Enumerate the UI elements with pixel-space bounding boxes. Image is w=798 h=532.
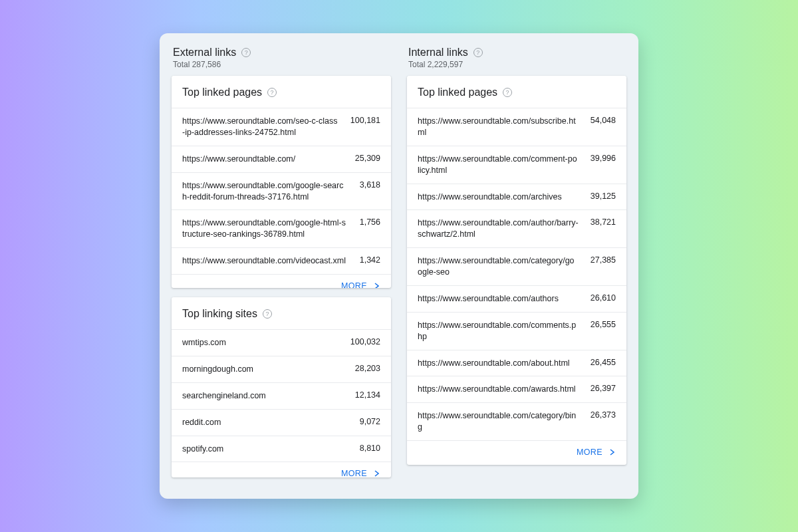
link-count: 38,721 xyxy=(591,217,616,227)
external-links-column: External links ? Total 287,586 Top linke… xyxy=(172,45,391,487)
link-count: 26,555 xyxy=(591,320,616,329)
table-row[interactable]: https://www.seroundtable.com/videocast.x… xyxy=(172,247,391,274)
help-icon[interactable]: ? xyxy=(473,48,483,57)
page-url: https://www.seroundtable.com/google-html… xyxy=(182,217,348,240)
table-row[interactable]: https://www.seroundtable.com/authors26,6… xyxy=(407,285,626,312)
link-count: 1,756 xyxy=(360,217,380,227)
table-row[interactable]: https://www.seroundtable.com/author/barr… xyxy=(407,209,626,247)
help-icon[interactable]: ? xyxy=(241,48,251,57)
link-count: 3,618 xyxy=(360,180,380,190)
table-row[interactable]: https://www.seroundtable.com/category/bi… xyxy=(407,402,626,440)
more-label: MORE xyxy=(577,448,602,457)
help-icon[interactable]: ? xyxy=(503,88,512,97)
linking-site: morningdough.com xyxy=(182,364,343,375)
page-url: https://www.seroundtable.com/category/bi… xyxy=(418,410,579,433)
table-row[interactable]: morningdough.com28,203 xyxy=(172,356,391,382)
page-url: https://www.seroundtable.com/author/barr… xyxy=(418,217,579,240)
link-count: 26,373 xyxy=(591,410,616,420)
link-count: 12,134 xyxy=(355,390,380,400)
table-row[interactable]: https://www.seroundtable.com/about.html2… xyxy=(407,350,626,376)
internal-links-column: Internal links ? Total 2,229,597 Top lin… xyxy=(407,45,626,487)
table-row[interactable]: https://www.seroundtable.com/seo-c-class… xyxy=(172,108,391,146)
internal-header: Internal links ? Total 2,229,597 xyxy=(407,45,626,76)
table-row[interactable]: https://www.seroundtable.com/awards.html… xyxy=(407,376,626,402)
linking-site: searchengineland.com xyxy=(182,390,343,402)
table-row[interactable]: https://www.seroundtable.com/subscribe.h… xyxy=(407,108,626,146)
page-url: https://www.seroundtable.com/comment-pol… xyxy=(418,154,579,176)
more-button[interactable]: MORE xyxy=(577,448,616,457)
table-row[interactable]: https://www.seroundtable.com/archives39,… xyxy=(407,184,626,210)
more-button[interactable]: MORE xyxy=(341,469,380,477)
table-row[interactable]: searchengineland.com12,134 xyxy=(172,382,391,409)
help-icon[interactable]: ? xyxy=(263,309,272,319)
table-row[interactable]: https://www.seroundtable.com/google-html… xyxy=(172,209,391,247)
more-label: MORE xyxy=(341,281,367,288)
external-top-linked-pages-card: Top linked pages ? https://www.seroundta… xyxy=(172,76,391,288)
page-url: https://www.seroundtable.com/videocast.x… xyxy=(182,255,348,267)
card-title: Top linked pages xyxy=(182,86,262,98)
link-count: 8,810 xyxy=(360,444,380,453)
card-title: Top linked pages xyxy=(418,86,497,98)
card-title: Top linking sites xyxy=(182,308,257,320)
internal-total: Total 2,229,597 xyxy=(408,60,625,69)
table-row[interactable]: spotify.com8,810 xyxy=(172,436,391,462)
chevron-right-icon xyxy=(374,283,380,288)
table-row[interactable]: https://www.seroundtable.com/comment-pol… xyxy=(407,146,626,184)
internal-top-linked-pages-card: Top linked pages ? https://www.seroundta… xyxy=(407,76,626,465)
link-count: 39,125 xyxy=(591,192,616,201)
more-button[interactable]: MORE xyxy=(341,281,380,288)
link-count: 9,072 xyxy=(360,417,380,426)
link-count: 39,996 xyxy=(591,154,616,163)
table-row[interactable]: https://www.seroundtable.com/25,309 xyxy=(172,146,391,172)
link-count: 1,342 xyxy=(360,255,380,265)
page-url: https://www.seroundtable.com/about.html xyxy=(418,358,579,369)
linking-site: wmtips.com xyxy=(182,337,338,348)
page-url: https://www.seroundtable.com/awards.html xyxy=(418,384,579,395)
link-count: 100,181 xyxy=(350,116,380,125)
external-top-linking-sites-card: Top linking sites ? wmtips.com100,032mor… xyxy=(172,297,391,477)
links-panel: External links ? Total 287,586 Top linke… xyxy=(160,33,638,499)
page-url: https://www.seroundtable.com/comments.ph… xyxy=(418,320,579,342)
link-count: 100,032 xyxy=(350,337,380,346)
page-url: https://www.seroundtable.com/subscribe.h… xyxy=(418,116,579,138)
more-label: MORE xyxy=(341,469,367,477)
link-count: 26,397 xyxy=(591,384,616,393)
page-url: https://www.seroundtable.com/authors xyxy=(418,293,579,305)
table-row[interactable]: https://www.seroundtable.com/comments.ph… xyxy=(407,312,626,350)
link-count: 27,385 xyxy=(591,255,616,265)
table-row[interactable]: https://www.seroundtable.com/google-sear… xyxy=(172,172,391,210)
external-total: Total 287,586 xyxy=(173,60,390,69)
help-icon[interactable]: ? xyxy=(267,88,277,97)
table-row[interactable]: wmtips.com100,032 xyxy=(172,329,391,356)
page-url: https://www.seroundtable.com/archives xyxy=(418,192,579,203)
table-row[interactable]: https://www.seroundtable.com/category/go… xyxy=(407,247,626,285)
link-count: 26,610 xyxy=(591,293,616,303)
link-count: 28,203 xyxy=(355,364,380,373)
link-count: 54,048 xyxy=(591,116,616,125)
page-url: https://www.seroundtable.com/category/go… xyxy=(418,255,579,278)
page-url: https://www.seroundtable.com/seo-c-class… xyxy=(182,116,338,138)
link-count: 26,455 xyxy=(591,358,616,367)
internal-title: Internal links xyxy=(408,47,468,59)
table-row[interactable]: reddit.com9,072 xyxy=(172,409,391,436)
linking-site: reddit.com xyxy=(182,417,348,428)
page-url: https://www.seroundtable.com/ xyxy=(182,154,343,165)
external-title: External links xyxy=(173,47,236,59)
linking-site: spotify.com xyxy=(182,444,348,455)
chevron-right-icon xyxy=(374,470,380,477)
external-header: External links ? Total 287,586 xyxy=(172,45,391,76)
link-count: 25,309 xyxy=(355,154,380,163)
chevron-right-icon xyxy=(609,449,616,456)
page-url: https://www.seroundtable.com/google-sear… xyxy=(182,180,348,203)
